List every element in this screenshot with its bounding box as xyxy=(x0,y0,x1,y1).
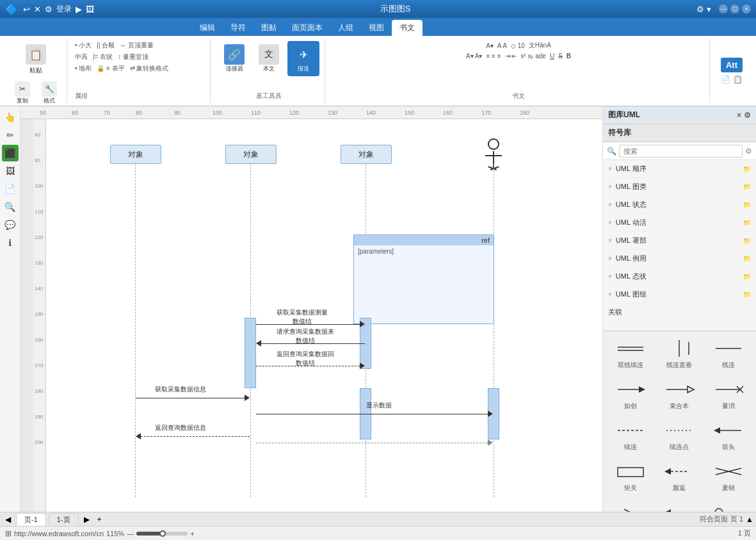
minus-icon[interactable]: — xyxy=(127,530,134,537)
grid-icon[interactable]: ⊞ xyxy=(5,529,12,538)
panel-item-statechart[interactable]: × UML 态状 📁 xyxy=(603,268,756,286)
sidebar-tool-search[interactable]: 🔍 xyxy=(2,199,19,215)
item-close-state[interactable]: × xyxy=(608,201,612,208)
fit-to-page-btn[interactable]: 符合页面 xyxy=(700,514,728,524)
panel-item-relation[interactable]: 关联 xyxy=(603,304,756,322)
copy2-icon[interactable]: 📄 xyxy=(721,75,730,84)
plus-icon[interactable]: + xyxy=(190,530,194,537)
shape-left-arrow[interactable]: ← xyxy=(657,500,702,512)
panel-settings-icon[interactable]: ⚙ xyxy=(744,111,751,120)
image-icon[interactable]: 🖼 xyxy=(86,4,94,14)
maximize-btn[interactable]: □ xyxy=(730,4,739,13)
tab-view[interactable]: 视图 xyxy=(361,20,392,36)
shape-arrow-left[interactable]: 箭头 xyxy=(706,418,751,454)
destroy-preview xyxy=(712,380,744,399)
chevron-up-icon[interactable]: ▲ xyxy=(746,515,753,524)
item-close-deploy[interactable]: × xyxy=(608,237,612,244)
ref-box[interactable]: ref [parameters] xyxy=(353,234,494,324)
tab-symbol[interactable]: 导符 xyxy=(223,20,253,36)
shapes-panel: 双线续连 线连直垂 线连 xyxy=(603,331,756,512)
shape-vertical-line[interactable]: 线连直垂 xyxy=(657,336,702,372)
panel-close-icon[interactable]: × xyxy=(737,111,741,120)
shape-destroy[interactable]: 量消 xyxy=(706,377,751,413)
shape-rect[interactable]: 矩关 xyxy=(608,459,653,495)
canvas-content[interactable]: 80 90 100 110 120 130 140 150 160 170 18… xyxy=(33,119,602,512)
tab-text[interactable]: 书文 xyxy=(392,20,422,36)
ribbon-group-paste: 📋 粘贴 ✂ 复制 🔧 格式 属排 xyxy=(5,38,67,103)
lifeline-box-3[interactable]: 对象 xyxy=(341,145,392,164)
tab-group[interactable]: 人组 xyxy=(330,20,361,36)
close-icon[interactable]: ✕ xyxy=(34,4,41,14)
status-left: ⊞ http://www.edrawsoft.com/cn 115% — + xyxy=(5,529,195,538)
item-icon-class: 📁 xyxy=(743,183,751,190)
msg-label-5: 显示数据 xyxy=(366,401,392,410)
nav-right-icon[interactable]: ▶ xyxy=(81,515,92,524)
shape-dotted[interactable]: 续连点 xyxy=(657,418,702,454)
add-page-icon[interactable]: + xyxy=(95,515,104,524)
item-close-activity[interactable]: × xyxy=(608,219,612,226)
shape-cancel[interactable]: 废销 xyxy=(706,459,751,495)
panel-item-deploy[interactable]: × UML 署部 📁 xyxy=(603,232,756,250)
quick-access-bar: ↩ ✕ ⚙ 登录 ▶ 🖼 xyxy=(23,4,94,15)
send-btn[interactable]: ✈ 报送 xyxy=(287,41,319,76)
double-line-preview xyxy=(615,339,647,358)
paste-button[interactable]: 📋 粘贴 xyxy=(21,41,51,78)
sidebar-tool-info[interactable]: ℹ xyxy=(2,234,19,251)
shape-double-line[interactable]: 双线续连 xyxy=(608,336,653,372)
login-btn[interactable]: 登录 xyxy=(56,4,72,15)
sidebar-tool-rectangle[interactable]: ⬛ xyxy=(2,145,19,161)
item-close-usecase[interactable]: × xyxy=(608,255,612,262)
tab-image[interactable]: 图贴 xyxy=(253,20,284,36)
right-panel: 图库UML × ⚙ 符号库 🔍 ⚙ × UML 顺序 📁 xyxy=(602,106,756,512)
total-pages: 1 页 xyxy=(738,528,751,538)
att-button[interactable]: Att xyxy=(721,58,743,72)
search-settings-icon[interactable]: ⚙ xyxy=(745,147,752,156)
sidebar-tool-image[interactable]: 🖼 xyxy=(2,163,19,179)
play-icon[interactable]: ▶ xyxy=(76,4,82,14)
sidebar-tool-page[interactable]: 📄 xyxy=(2,181,19,197)
panel-item-class[interactable]: × UML 图类 📁 xyxy=(603,178,756,196)
minimize-btn[interactable]: — xyxy=(719,4,728,13)
search-input[interactable] xyxy=(619,145,743,158)
zoom-slider[interactable] xyxy=(136,532,188,536)
activation-box-1 xyxy=(245,318,256,388)
panel-item-state[interactable]: × UML 状态 📁 xyxy=(603,196,756,214)
page-tab-2[interactable]: 1-页 xyxy=(49,513,79,526)
shape-return[interactable]: 颜返 xyxy=(657,459,702,495)
panel-item-usecase[interactable]: × UML 例用 📁 xyxy=(603,250,756,268)
shape-dashed[interactable]: 续连 xyxy=(608,418,653,454)
format-button[interactable]: 🔧 格式 xyxy=(37,78,61,108)
shape-circle-line[interactable]: ○— xyxy=(706,500,751,512)
lifeline-box-1[interactable]: 对象 xyxy=(110,145,161,164)
sidebar-tool-comment[interactable]: 💬 xyxy=(2,217,19,233)
settings-icon[interactable]: ⚙ xyxy=(45,4,52,14)
page-tab-1[interactable]: 页-1 xyxy=(16,513,46,526)
panel-item-sequence[interactable]: × UML 顺序 📁 xyxy=(603,160,756,178)
copy-button[interactable]: ✂ 复制 xyxy=(10,78,35,108)
close-btn[interactable]: × xyxy=(742,4,751,13)
sidebar-tool-pen[interactable]: ✏ xyxy=(2,127,19,143)
zoom-slider-thumb[interactable] xyxy=(159,530,166,537)
settings2-icon[interactable]: ⚙ ▾ xyxy=(696,4,711,14)
item-close-composite[interactable]: × xyxy=(608,291,612,298)
connector-btn[interactable]: 🔗 连接器 xyxy=(218,41,250,76)
actor-head xyxy=(488,138,499,150)
lifeline-box-2[interactable]: 对象 xyxy=(225,145,277,164)
shape-create[interactable]: 如创 xyxy=(608,377,653,413)
item-close-sequence[interactable]: × xyxy=(608,165,612,172)
undo-icon[interactable]: ↩ xyxy=(23,4,30,14)
panel-item-composite[interactable]: × UML 图组 📁 xyxy=(603,286,756,304)
tab-edit[interactable]: 编辑 xyxy=(192,20,223,36)
paste2-icon[interactable]: 📋 xyxy=(733,75,743,84)
shape-gt[interactable]: > xyxy=(608,500,653,512)
nav-left-icon[interactable]: ◀ xyxy=(3,515,13,524)
item-close-class[interactable]: × xyxy=(608,183,612,190)
shape-combined[interactable]: 束合本 xyxy=(657,377,702,413)
sidebar-tool-pointer[interactable]: 👆 xyxy=(2,109,19,126)
item-close-statechart[interactable]: × xyxy=(608,273,612,280)
tab-page[interactable]: 面页面本 xyxy=(284,20,330,36)
panel-item-activity[interactable]: × UML 动活 📁 xyxy=(603,214,756,232)
shape-line[interactable]: 线连 xyxy=(706,336,751,372)
item-icon-composite: 📁 xyxy=(743,291,751,298)
text-btn[interactable]: 文 本文 xyxy=(253,41,285,76)
